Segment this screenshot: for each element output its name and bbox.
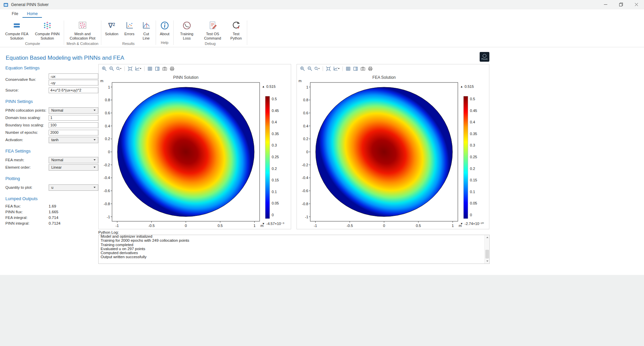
- ribbon-group-compute: Compute FEA Solution: [2, 18, 63, 47]
- content-area: Equation Based Modeling with PINNs and F…: [0, 47, 644, 275]
- grid-icon[interactable]: [345, 66, 351, 71]
- colorbar-min-value: -4.57×10⁻³: [266, 222, 284, 226]
- activation-select[interactable]: tanh: [49, 137, 98, 143]
- svg-text:-0.2: -0.2: [104, 163, 110, 167]
- dock-panel-icon[interactable]: [353, 66, 359, 71]
- python-log-box[interactable]: Model and optimizer initialized Training…: [98, 235, 490, 264]
- fea-mesh-select[interactable]: Normal: [49, 157, 98, 163]
- chevron-down-icon: [94, 110, 96, 111]
- pinn-plot-panel: PINN Solution m 1 0.8 0.6 0.4 0.2 0 -0: [98, 64, 291, 229]
- epochs-input[interactable]: [49, 130, 98, 135]
- svg-text:0.05: 0.05: [272, 201, 279, 205]
- pinn-flux-label: PINN flux:: [5, 210, 49, 214]
- test-python-button[interactable]: Test Python: [226, 19, 246, 41]
- svg-text:0: 0: [272, 213, 274, 217]
- test-os-command-button[interactable]: Test OS Command: [199, 19, 226, 41]
- ribbon-separator: [247, 20, 247, 45]
- svg-text:0.5: 0.5: [218, 224, 223, 228]
- collocation-points-select[interactable]: Normal: [49, 107, 98, 114]
- svg-text:0.6: 0.6: [105, 111, 110, 115]
- zoom-extents-icon[interactable]: [325, 66, 331, 71]
- flux-y-input[interactable]: [49, 80, 98, 85]
- physai-logo: PhysAI: [480, 52, 489, 62]
- plot-title: PINN Solution: [173, 75, 198, 80]
- y-axis-unit: m: [299, 79, 302, 83]
- button-label: Solution: [105, 32, 118, 36]
- minimize-button[interactable]: [598, 0, 613, 9]
- scroll-up-icon[interactable]: [485, 235, 490, 240]
- grid-icon[interactable]: [147, 66, 153, 71]
- section-title-fea-settings: FEA Settings: [5, 149, 98, 154]
- svg-text:0.2: 0.2: [470, 167, 475, 171]
- y-tick-labels: 1 0.8 0.6 0.4 0.2 0 -0.2 -0.4 -0.6 -0.8 …: [104, 85, 110, 219]
- mesh-collocation-plot-button[interactable]: Mesh and Collocation Plot: [65, 19, 100, 41]
- axis-settings-icon[interactable]: [135, 66, 142, 71]
- element-order-select[interactable]: Linear: [49, 164, 98, 171]
- svg-text:0.35: 0.35: [470, 132, 477, 136]
- snapshot-icon[interactable]: [360, 66, 366, 71]
- svg-text:0.45: 0.45: [470, 109, 477, 113]
- y-axis-unit: m: [100, 79, 103, 83]
- svg-text:-0.4: -0.4: [302, 176, 308, 180]
- zoom-in-icon[interactable]: [300, 66, 306, 71]
- axis-settings-icon[interactable]: [333, 66, 340, 71]
- colorbar: ▲ 0.515 0.5 0.45 0.4 0.35 0.3 0.25 0.2 0…: [460, 84, 484, 226]
- zoom-out-icon[interactable]: [109, 66, 115, 71]
- zoom-extents-icon[interactable]: [127, 66, 133, 71]
- source-input[interactable]: [49, 88, 98, 93]
- errors-button[interactable]: Errors: [121, 19, 138, 37]
- restore-button[interactable]: [613, 0, 629, 9]
- svg-text:0.1: 0.1: [470, 190, 475, 194]
- scroll-down-icon[interactable]: [485, 259, 490, 264]
- boundary-loss-input[interactable]: [49, 122, 98, 128]
- zoom-box-icon[interactable]: [314, 66, 320, 71]
- output-row: FEA integral: 0.714: [5, 216, 98, 220]
- min-marker-icon: ▼: [460, 222, 463, 225]
- toolbar-separator: [144, 66, 145, 71]
- plot-canvas[interactable]: PINN Solution m 1 0.8 0.6 0.4 0.2 0 -0: [99, 73, 291, 229]
- logo-wordmark: PhysAI: [481, 58, 488, 60]
- about-button[interactable]: About: [157, 19, 173, 37]
- zoom-box-icon[interactable]: [116, 66, 122, 71]
- toolbar-separator: [323, 66, 323, 71]
- plot-canvas[interactable]: FEA Solution m 1 0.8 0.6 0.4 0.2 0 -0.: [297, 73, 489, 229]
- colorbar-min-value: -2.74×10⁻²⁰: [465, 222, 484, 226]
- close-button[interactable]: [629, 0, 644, 9]
- source-label: Source:: [5, 88, 49, 92]
- scrollbar-thumb[interactable]: [485, 250, 489, 258]
- svg-text:0.2: 0.2: [303, 137, 308, 141]
- button-label: About: [160, 32, 169, 36]
- chevron-down-icon: [94, 187, 96, 188]
- pinn-integral-value: 0.7124: [49, 221, 98, 225]
- fea-flux-label: FEA flux:: [5, 204, 49, 208]
- snapshot-icon[interactable]: [162, 66, 168, 71]
- cut-line-button[interactable]: Cut Line: [138, 19, 155, 41]
- zoom-in-icon[interactable]: [101, 66, 107, 71]
- test-python-icon: [231, 20, 241, 31]
- print-icon[interactable]: [367, 66, 373, 71]
- quantity-to-plot-select[interactable]: u: [49, 184, 98, 191]
- log-scrollbar[interactable]: [484, 235, 489, 264]
- toolbar-separator: [124, 66, 125, 71]
- python-log-section: Python Log: Model and optimizer initiali…: [98, 230, 490, 264]
- compute-pinn-solution-button[interactable]: Compute PiNN Solution: [32, 19, 63, 41]
- compute-fea-solution-button[interactable]: Compute FEA Solution: [2, 19, 32, 41]
- zoom-out-icon[interactable]: [307, 66, 313, 71]
- button-label: Compute FEA Solution: [5, 32, 29, 41]
- ribbon-group-results: ∇² Solution Errors: [102, 18, 155, 47]
- flux-x-input[interactable]: [49, 73, 98, 79]
- fea-integral-value: 0.714: [49, 216, 98, 220]
- svg-text:0: 0: [108, 150, 110, 154]
- domain-loss-input[interactable]: [49, 115, 98, 121]
- chevron-down-icon: [94, 139, 96, 140]
- tab-home[interactable]: Home: [22, 10, 42, 18]
- print-icon[interactable]: [169, 66, 175, 71]
- tab-file[interactable]: File: [7, 10, 22, 18]
- training-loss-button[interactable]: Training Loss: [174, 19, 199, 41]
- y-tick-labels: 1 0.8 0.6 0.4 0.2 0 -0.2 -0.4 -0.6 -0.8 …: [302, 85, 308, 219]
- plot-toolbar: [297, 64, 489, 73]
- equals-icon: [12, 20, 22, 31]
- colorbar-gradient: [464, 96, 468, 219]
- dock-panel-icon[interactable]: [154, 66, 160, 71]
- solution-button[interactable]: ∇² Solution: [102, 19, 121, 37]
